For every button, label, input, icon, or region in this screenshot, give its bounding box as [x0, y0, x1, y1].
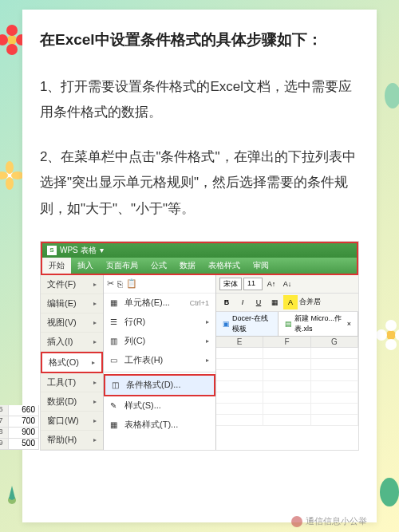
chevron-right-icon: ▸ — [206, 318, 209, 325]
submenu-style[interactable]: ✎样式(S)... — [104, 396, 215, 416]
visible-data-cells: 6660 7700 8900 9500 — [0, 405, 39, 450]
clipboard-row: ✂ ⎘ 📋 — [104, 275, 215, 294]
menu-edit[interactable]: 编辑(E)▸ — [41, 294, 103, 313]
submenu-worksheet[interactable]: ▭工作表(H) ▸ — [104, 351, 215, 370]
cell[interactable]: 700 — [9, 416, 39, 428]
cut-icon[interactable]: ✂ — [107, 278, 114, 289]
step-1: 1、打开需要设置条件格式的Excel文档，选中需要应用条件格式的数据。 — [40, 74, 359, 126]
submenu-cells[interactable]: ▦单元格(E)... Ctrl+1 — [104, 294, 215, 313]
svg-point-15 — [8, 496, 16, 504]
underline-button[interactable]: U — [251, 295, 266, 309]
svg-point-17 — [385, 83, 399, 108]
cell[interactable]: 900 — [9, 428, 39, 439]
svg-point-10 — [386, 330, 396, 340]
submenu-conditional-format[interactable]: ◫条件格式(D)... — [104, 374, 215, 396]
svg-point-3 — [6, 44, 18, 55]
docer-tab[interactable]: ▣ Docer-在线模板 — [216, 312, 279, 336]
sheet-icon: ▭ — [110, 356, 121, 367]
chevron-right-icon: ▸ — [206, 357, 209, 364]
ribbon-tab-insert[interactable]: 插入 — [71, 258, 100, 274]
row-header[interactable]: 8 — [0, 428, 9, 439]
row-icon: ☰ — [110, 317, 121, 329]
workbook-tab[interactable]: ▤ 新建 Micro...作表.xls × — [279, 312, 358, 336]
svg-point-5 — [6, 171, 14, 179]
border-icon[interactable]: ▦ — [267, 295, 282, 309]
menu-insert[interactable]: 插入(I)▸ — [41, 333, 103, 352]
menu-view[interactable]: 视图(V)▸ — [41, 313, 103, 333]
chevron-right-icon: ▸ — [93, 398, 97, 405]
submenu-row[interactable]: ☰行(R) ▸ — [104, 313, 215, 332]
docer-icon: ▣ — [223, 320, 230, 328]
menu-file[interactable]: 文件(F)▸ — [41, 275, 103, 294]
column-icon: ▥ — [110, 337, 121, 348]
row-header[interactable]: 9 — [0, 439, 9, 450]
wps-title-bar: S WPS 表格 ▾ — [41, 242, 358, 258]
cell[interactable]: 660 — [9, 405, 39, 416]
row-header[interactable]: 7 — [0, 416, 9, 428]
svg-point-11 — [385, 320, 397, 331]
document-tabs: ▣ Docer-在线模板 ▤ 新建 Micro...作表.xls × — [216, 312, 358, 337]
chevron-right-icon: ▸ — [93, 281, 97, 288]
chevron-right-icon: ▸ — [93, 417, 97, 424]
ribbon-tab-formula[interactable]: 公式 — [144, 258, 173, 274]
italic-button[interactable]: I — [235, 295, 250, 309]
font-grow-icon[interactable]: A↑ — [264, 277, 279, 291]
wps-logo-icon: S — [47, 246, 57, 255]
bold-button[interactable]: B — [219, 295, 234, 309]
menu-window[interactable]: 窗口(W)▸ — [41, 412, 103, 431]
svg-point-16 — [380, 478, 399, 506]
copy-icon[interactable]: ⎘ — [117, 279, 123, 289]
col-header[interactable]: F — [263, 337, 310, 348]
ribbon-tab-start[interactable]: 开始 — [42, 258, 71, 274]
spreadsheet-grid[interactable]: E F G — [216, 337, 358, 426]
page-title: 在Excel中设置条件格式的具体步骤如下： — [40, 29, 359, 52]
watermark-avatar-icon — [291, 516, 302, 527]
fill-color-icon[interactable]: A — [283, 295, 298, 309]
format-submenu: ✂ ⎘ 📋 ▦单元格(E)... Ctrl+1 ☰行(R) ▸ ▥列(C) ▸ — [104, 275, 216, 450]
ribbon-tab-layout[interactable]: 页面布局 — [100, 258, 144, 274]
spreadsheet-area: 宋体 11 A↑ A↓ B I U ▦ A 合并居 ▣ Docer-在线模板 — [216, 275, 358, 450]
shortcut-label: Ctrl+1 — [190, 299, 209, 307]
chevron-right-icon: ▸ — [206, 337, 209, 345]
chevron-right-icon: ▸ — [93, 300, 97, 307]
svg-point-12 — [395, 329, 399, 341]
svg-point-6 — [6, 161, 14, 174]
svg-point-4 — [0, 34, 8, 45]
col-header[interactable]: E — [216, 337, 263, 348]
ribbon-tabs: 开始 插入 页面布局 公式 数据 表格样式 审阅 — [41, 258, 358, 275]
wps-screenshot: S WPS 表格 ▾ 开始 插入 页面布局 公式 数据 表格样式 审阅 文件(F… — [40, 241, 359, 451]
menu-data[interactable]: 数据(D)▸ — [41, 392, 103, 412]
svg-point-13 — [385, 339, 397, 350]
watermark-text: 通信信息小公举 — [306, 515, 367, 527]
font-size-select[interactable]: 11 — [243, 278, 263, 290]
submenu-column[interactable]: ▥列(C) ▸ — [104, 332, 215, 351]
style-icon: ✎ — [110, 401, 121, 412]
svg-point-14 — [376, 329, 387, 341]
format-toolbar: B I U ▦ A 合并居 — [216, 294, 358, 312]
watermark: 通信信息小公举 — [291, 515, 367, 527]
chevron-right-icon: ▸ — [93, 338, 97, 345]
merge-label[interactable]: 合并居 — [299, 297, 321, 307]
paste-icon[interactable]: 📋 — [126, 278, 137, 289]
row-header[interactable]: 6 — [0, 405, 9, 416]
ribbon-tab-style[interactable]: 表格样式 — [202, 258, 247, 274]
chevron-right-icon: ▸ — [93, 319, 97, 326]
font-toolbar: 宋体 11 A↑ A↓ — [216, 275, 358, 294]
submenu-table-style[interactable]: ▦表格样式(T)... — [104, 416, 215, 435]
file-menu: 文件(F)▸ 编辑(E)▸ 视图(V)▸ 插入(I)▸ 格式(O)▸ 工具(T)… — [41, 275, 104, 450]
svg-point-8 — [6, 177, 14, 190]
col-header[interactable]: G — [311, 337, 358, 348]
menu-help[interactable]: 帮助(H)▸ — [41, 431, 103, 450]
column-headers: E F G — [216, 337, 358, 348]
conditional-format-icon: ◫ — [112, 380, 123, 392]
cell[interactable]: 500 — [9, 439, 39, 450]
font-shrink-icon[interactable]: A↓ — [280, 277, 294, 291]
ribbon-tab-data[interactable]: 数据 — [173, 258, 202, 274]
close-tab-icon[interactable]: × — [347, 320, 351, 328]
table-style-icon: ▦ — [110, 420, 121, 432]
font-family-select[interactable]: 宋体 — [219, 278, 242, 290]
menu-tools[interactable]: 工具(T)▸ — [41, 373, 103, 392]
ribbon-tab-review[interactable]: 审阅 — [247, 258, 275, 274]
dropdown-icon: ▾ — [100, 246, 104, 254]
menu-format[interactable]: 格式(O)▸ — [41, 352, 103, 373]
